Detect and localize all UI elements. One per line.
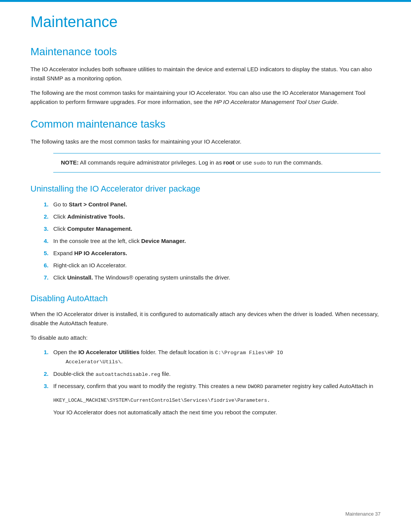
uninstall-step-1: Go to Start > Control Panel. <box>30 200 381 209</box>
disabling-heading: Disabling AutoAttach <box>30 294 381 304</box>
uninstall-step-2-prefix: Click Administrative Tools. <box>53 212 125 221</box>
uninstall-step-3: Click Computer Management. <box>30 224 381 233</box>
uninstall-step-5-bold: HP IO Accelerators. <box>74 250 127 256</box>
uninstalling-section: Uninstalling the IO Accelerator driver p… <box>30 184 381 282</box>
uninstall-step-3-bold: Computer Management. <box>67 225 132 232</box>
common-maintenance-section: Common maintenance tasks The following t… <box>30 118 381 173</box>
maintenance-tools-para2-suffix: . <box>337 99 338 105</box>
note-label: NOTE: <box>61 159 79 166</box>
uninstall-step-1-bold: Start > Control Panel. <box>69 201 127 208</box>
maintenance-tools-section: Maintenance tools The IO Accelerator inc… <box>30 46 381 107</box>
uninstall-step-2: Click Administrative Tools. <box>30 212 381 221</box>
disabling-section: Disabling AutoAttach When the IO Acceler… <box>30 294 381 417</box>
uninstall-step-7: Click Uninstall. The Windows® operating … <box>30 273 381 282</box>
note-text-middle: or use <box>234 159 253 166</box>
maintenance-tools-heading: Maintenance tools <box>30 46 381 58</box>
note-text-suffix: to run the commands. <box>266 159 322 166</box>
uninstall-step-1-prefix: Go to Start > Control Panel. <box>53 200 127 209</box>
registry-code-block: HKEY_LOCAL_MACHINE\SYSTEM\CurrentControl… <box>53 396 381 405</box>
registry-path: HKEY_LOCAL_MACHINE\SYSTEM\CurrentControl… <box>53 398 270 403</box>
note-code: sudo <box>253 160 266 166</box>
disable-step-1-bold: IO Accelerator Utilities <box>78 349 139 355</box>
uninstall-step-3-prefix: Click Computer Management. <box>53 224 132 233</box>
page-title: Maintenance <box>30 13 381 30</box>
uninstall-step-2-bold: Administrative Tools. <box>67 213 125 220</box>
uninstalling-steps: Go to Start > Control Panel. Click Admin… <box>30 200 381 282</box>
uninstall-step-5: Expand HP IO Accelerators. <box>30 249 381 258</box>
uninstall-step-5-prefix: Expand HP IO Accelerators. <box>53 249 127 258</box>
top-border <box>0 0 411 2</box>
uninstalling-heading: Uninstalling the IO Accelerator driver p… <box>30 184 381 194</box>
uninstall-step-4-bold: Device Manager. <box>141 238 186 244</box>
uninstall-step-6: Right-click an IO Accelerator. <box>30 261 381 270</box>
uninstall-step-7-bold: Uninstall. <box>67 274 93 281</box>
disabling-para-after: Your IO Accelerator does not automatical… <box>53 408 381 417</box>
uninstall-step-6-prefix: Right-click an IO Accelerator. <box>53 261 127 270</box>
disabling-para1: When the IO Accelerator driver is instal… <box>30 310 381 328</box>
note-text-prefix: All commands require administrator privi… <box>79 159 223 166</box>
uninstall-step-4: In the console tree at the left, click D… <box>30 236 381 246</box>
disable-step-2: Double-click the autoattachdisable.reg f… <box>30 369 381 379</box>
disable-step-3-code: DWORD <box>248 384 263 390</box>
maintenance-tools-para2: The following are the most common tasks … <box>30 88 381 107</box>
common-maintenance-heading: Common maintenance tasks <box>30 118 381 130</box>
disable-step-2-code: autoattachdisable.reg <box>96 372 160 377</box>
note-bold: root <box>223 159 234 166</box>
disable-step-3: If necessary, confirm that you want to m… <box>30 382 381 391</box>
common-maintenance-intro: The following tasks are the most common … <box>30 137 381 146</box>
disable-step-1: Open the IO Accelerator Utilities folder… <box>30 348 381 366</box>
maintenance-tools-para2-italic: HP IO Accelerator Management Tool User G… <box>214 99 337 105</box>
disabling-steps: Open the IO Accelerator Utilities folder… <box>30 348 381 391</box>
uninstall-step-4-prefix: In the console tree at the left, click D… <box>53 236 186 246</box>
note-box: NOTE: All commands require administrator… <box>53 153 381 173</box>
uninstall-step-7-prefix: Click Uninstall. The Windows® operating … <box>53 273 230 282</box>
disabling-para2: To disable auto attach: <box>30 333 381 342</box>
page-footer: Maintenance 37 <box>345 511 381 517</box>
maintenance-tools-para1: The IO Accelerator includes both softwar… <box>30 65 381 83</box>
